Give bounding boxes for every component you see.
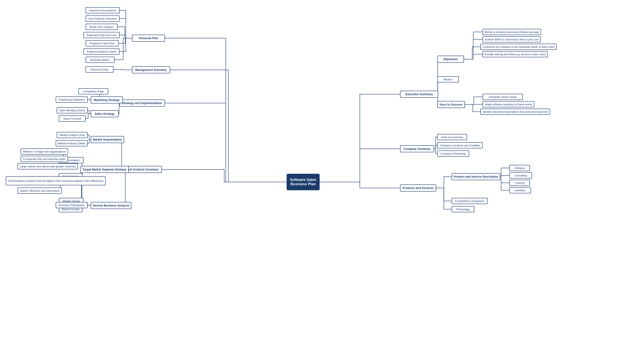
objectives-node: Objectives: [437, 56, 464, 63]
managementSummary-node: Management Summary: [132, 66, 170, 73]
interface-node: Interface: [509, 187, 531, 193]
objMkt-node: Market a business planning software pack…: [483, 29, 541, 35]
technology-node: Technology: [452, 206, 474, 212]
keyFinancial-node: Key Financial Indicators: [86, 15, 119, 22]
businessParticipants-node: Business Participants: [56, 202, 88, 208]
customization-node: Customization-products that strengthen t…: [6, 176, 105, 185]
salesMonthly-node: Sales Monthly (Chart): [57, 107, 88, 113]
importantAssumptions-node: Important Assumptions: [86, 7, 119, 13]
targetMarket-node: Target Market Segment Strategy: [80, 166, 129, 173]
training-node: Training: [509, 180, 530, 186]
companySummary-node: Company Summary: [400, 145, 434, 152]
productServiceDesc-node: Product and Service Description: [452, 173, 500, 180]
companyOwnership-node: Company Ownership: [437, 150, 469, 157]
objCustomize-node: Customize the software to the individual…: [480, 44, 557, 50]
competitiveComparison-node: Competitive Comparison: [452, 198, 488, 204]
projectedBS-node: Projected Balance Sheet: [83, 48, 119, 55]
adaptSoftware-node: Adapt software solutions to these needs: [483, 101, 534, 107]
consulting-node: Consulting: [509, 172, 532, 179]
marketingStrategy-node: Marketing Strategy: [91, 96, 123, 104]
objTraining-node: Provide training and follow-up service t…: [483, 51, 548, 57]
breakeven-node: Break-even Analysis: [86, 24, 118, 30]
salesStrategy-node: Sales Strategy: [91, 110, 118, 117]
startupSummary-node: Start-up Summary: [437, 134, 467, 140]
mediumLarge-node: Medium- to large-size organizations: [21, 148, 68, 155]
marketAnalysisPie-node: Market Analysis (Pie): [57, 132, 88, 138]
strategyImpl-node: Strategy and Implementation: [119, 100, 165, 106]
businessRatios-node: Business Ratios: [86, 57, 114, 63]
marketSegmentation-node: Market Segmentation: [91, 136, 124, 143]
productsServices-node: Products and Services: [400, 184, 436, 192]
positioningStatement-node: Positioning Statement: [56, 96, 88, 103]
financialPlan-node: Financial Plan: [132, 35, 165, 42]
speedEfficiency-node: Speed, efficiency and information: [17, 188, 62, 194]
anticipate-node: Anticipate clients needs: [483, 94, 523, 100]
execSummary-node: Executive Summary: [400, 91, 438, 98]
objAchieve-node: Achieve $60K in commission fees in year …: [483, 36, 541, 42]
largerClients-node: Larger clients that will provide greater…: [17, 163, 78, 169]
marketAnalysisTable-node: Market Analysis (Table): [56, 140, 88, 146]
franchise-node: Companies that sell franchise rights: [21, 156, 68, 162]
salesForecast-node: Sales Forecast: [59, 116, 86, 122]
center-node: Software Sales Business Plan: [287, 174, 320, 190]
projectedCF-node: Projected Cash Flow: [86, 40, 118, 46]
personnelPlan-node: Personnel Plan: [86, 66, 113, 73]
competitiveEdge-node: Competitive Edge: [78, 88, 108, 94]
mission-node: Mission: [437, 76, 459, 82]
identify-node: Identify industries/corporations that ne…: [480, 109, 550, 115]
keysToSuccess-node: Keys to Success: [437, 101, 465, 108]
companyLocations-node: Company Locations and Facilities: [437, 142, 483, 148]
software-node: Software: [509, 165, 530, 171]
mindmap-container: Software Sales Business PlanFinancial Pl…: [0, 0, 618, 364]
projectedPL-node: Projected Profit and Loss: [83, 32, 119, 38]
serviceBusinessAnalysis-node: Service Business Analysis: [91, 202, 131, 209]
